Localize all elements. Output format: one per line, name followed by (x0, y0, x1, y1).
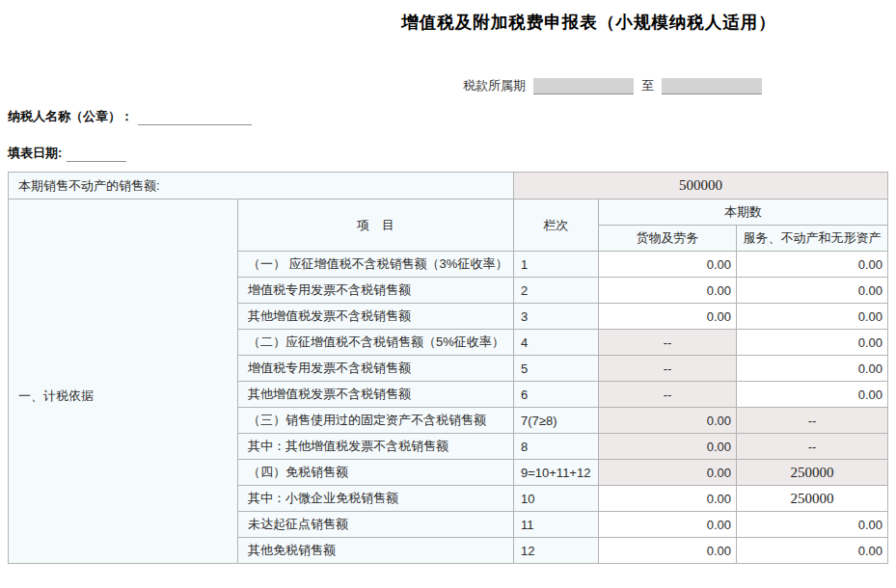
services-property-value[interactable]: 0.00 (737, 538, 888, 564)
goods-services-value: 0.00 (599, 460, 737, 486)
goods-services-value: 0.00 (599, 434, 737, 460)
services-property-value[interactable]: 0.00 (737, 330, 888, 356)
property-sales-row: 本期销售不动产的销售额: 500000 (9, 173, 888, 200)
item-label: （四）免税销售额 (238, 460, 514, 486)
column-no: 11 (514, 512, 599, 538)
services-property-value[interactable]: 0.00 (737, 304, 888, 330)
column-no: 3 (514, 304, 599, 330)
goods-services-value: -- (599, 356, 737, 382)
item-label: 其他增值税发票不含税销售额 (238, 382, 514, 408)
taxpayer-name-label: 纳税人名称（公章）： (8, 109, 133, 123)
column-no: 4 (514, 330, 599, 356)
services-property-value[interactable]: 0.00 (737, 356, 888, 382)
goods-services-value[interactable]: 0.00 (599, 486, 737, 512)
column-no: 2 (514, 278, 599, 304)
goods-services-value[interactable]: 0.00 (599, 304, 737, 330)
property-sales-label: 本期销售不动产的销售额: (9, 173, 514, 200)
property-sales-value[interactable]: 500000 (514, 173, 888, 200)
services-property-value[interactable]: 0.00 (737, 382, 888, 408)
goods-services-value[interactable]: 0.00 (599, 278, 737, 304)
taxpayer-name-input[interactable] (138, 111, 252, 125)
tax-period-row: 税款所属期 至 (463, 77, 770, 94)
item-label: （三）销售使用过的固定资产不含税销售额 (238, 408, 514, 434)
item-label: 增值税专用发票不含税销售额 (238, 356, 514, 382)
goods-services-value: -- (599, 330, 737, 356)
goods-services-value[interactable]: 0.00 (599, 512, 737, 538)
tax-period-label: 税款所属期 (463, 77, 526, 94)
col-header-services-property: 服务、不动产和无形资产 (737, 226, 888, 252)
services-property-value: 250000 (737, 460, 888, 486)
item-label: （一） 应征增值税不含税销售额（3%征收率） (238, 252, 514, 278)
period-end-input[interactable] (662, 78, 762, 94)
column-no: 7(7≥8) (514, 408, 599, 434)
column-no: 5 (514, 356, 599, 382)
fill-date-input[interactable] (67, 147, 126, 162)
column-no: 6 (514, 382, 599, 408)
item-label: 其他增值税发票不含税销售额 (238, 304, 514, 330)
fill-date-label: 填表日期: (8, 146, 62, 160)
column-no: 8 (514, 434, 599, 460)
item-label: 未达起征点销售额 (238, 512, 514, 538)
services-property-value: -- (737, 434, 888, 460)
column-no: 12 (514, 538, 599, 564)
goods-services-value[interactable]: 0.00 (599, 538, 737, 564)
column-no: 10 (514, 486, 599, 512)
services-property-value[interactable]: 250000 (737, 486, 888, 512)
item-label: 增值税专用发票不含税销售额 (238, 278, 514, 304)
col-header-column-no: 栏次 (514, 200, 599, 252)
services-property-value[interactable]: 0.00 (737, 252, 888, 278)
declaration-table: 本期销售不动产的销售额: 500000 一、计税依据 项 目 栏次 本期数 货物… (8, 172, 888, 564)
page-title: 增值税及附加税费申报表（小规模纳税人适用） (141, 11, 896, 34)
item-label: 其中：小微企业免税销售额 (238, 486, 514, 512)
col-header-current-period: 本期数 (599, 200, 888, 226)
taxpayer-name-row: 纳税人名称（公章）： (8, 108, 252, 125)
item-label: 其中：其他增值税发票不含税销售额 (238, 434, 514, 460)
column-no: 1 (514, 252, 599, 278)
goods-services-value: 0.00 (599, 408, 737, 434)
col-header-goods-services: 货物及劳务 (599, 226, 737, 252)
fill-date-row: 填表日期: (8, 145, 126, 162)
col-header-item: 项 目 (238, 200, 514, 252)
period-start-input[interactable] (533, 78, 634, 94)
section-label-tax-basis: 一、计税依据 (9, 200, 238, 564)
column-no: 9=10+11+12 (514, 460, 599, 486)
services-property-value: -- (737, 408, 888, 434)
item-label: 其他免税销售额 (238, 538, 514, 564)
services-property-value[interactable]: 0.00 (737, 278, 888, 304)
goods-services-value: -- (599, 382, 737, 408)
item-label: （二）应征增值税不含税销售额（5%征收率） (238, 330, 514, 356)
to-label: 至 (641, 77, 654, 94)
goods-services-value[interactable]: 0.00 (599, 252, 737, 278)
services-property-value[interactable]: 0.00 (737, 512, 888, 538)
table-header-row-top: 一、计税依据 项 目 栏次 本期数 (9, 200, 888, 226)
